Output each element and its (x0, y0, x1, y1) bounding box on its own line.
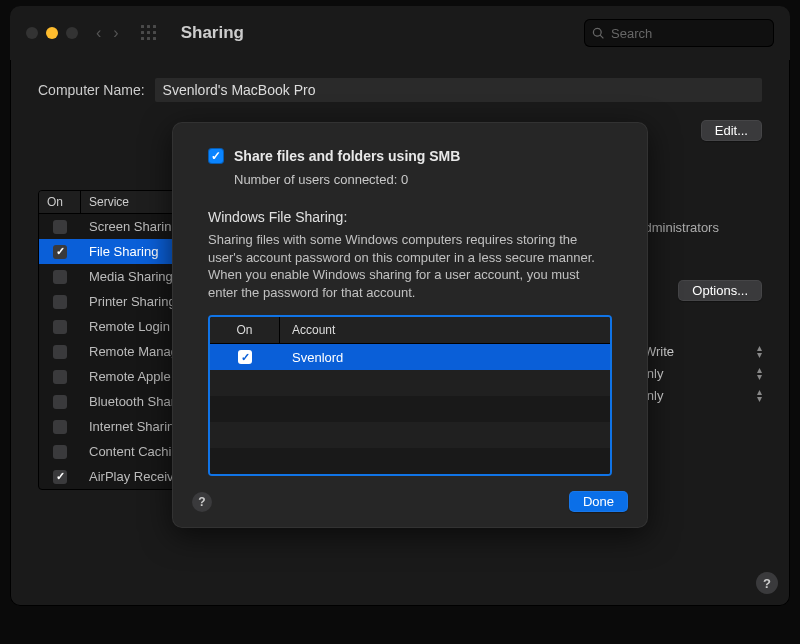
accounts-header-account: Account (280, 317, 610, 343)
account-row-empty (210, 422, 610, 448)
show-all-icon[interactable] (141, 25, 157, 41)
sheet-footer: ? Done (192, 491, 628, 512)
computer-name-field[interactable] (155, 78, 762, 102)
edit-button[interactable]: Edit... (701, 120, 762, 141)
service-checkbox[interactable] (53, 245, 67, 259)
minimize-window-button[interactable] (46, 27, 58, 39)
preferences-window: ‹ › Sharing Search Computer Name: Edit..… (10, 6, 790, 606)
search-placeholder: Search (611, 26, 652, 41)
account-name: Svenlord (280, 350, 610, 365)
service-checkbox[interactable] (53, 370, 67, 384)
service-checkbox[interactable] (53, 295, 67, 309)
traffic-lights (26, 27, 78, 39)
service-checkbox[interactable] (53, 270, 67, 284)
stepper-icon[interactable]: ▴▾ (757, 388, 762, 402)
titlebar: ‹ › Sharing Search (10, 6, 790, 60)
stepper-icon[interactable]: ▴▾ (757, 344, 762, 358)
account-row-empty (210, 396, 610, 422)
window-title: Sharing (181, 23, 244, 43)
close-window-button[interactable] (26, 27, 38, 39)
service-checkbox[interactable] (53, 345, 67, 359)
smb-row: Share files and folders using SMB (208, 148, 612, 164)
accounts-header-on: On (210, 317, 280, 343)
service-checkbox[interactable] (53, 320, 67, 334)
account-row[interactable]: Svenlord (210, 344, 610, 370)
options-button[interactable]: Options... (678, 280, 762, 301)
wfs-heading: Windows File Sharing: (208, 209, 612, 225)
accounts-table: On Account Svenlord (208, 315, 612, 476)
computer-name-label: Computer Name: (38, 82, 145, 98)
search-icon (592, 27, 605, 40)
service-checkbox[interactable] (53, 420, 67, 434)
account-row-empty (210, 448, 610, 474)
sheet-help-button[interactable]: ? (192, 492, 212, 512)
smb-label: Share files and folders using SMB (234, 148, 460, 164)
accounts-header: On Account (210, 317, 610, 344)
service-checkbox[interactable] (53, 470, 67, 484)
account-row-empty (210, 370, 610, 396)
service-checkbox[interactable] (53, 395, 67, 409)
nav-arrows: ‹ › (96, 24, 119, 42)
connected-count: Number of users connected: 0 (234, 172, 612, 187)
account-checkbox[interactable] (238, 350, 252, 364)
stepper-icon[interactable]: ▴▾ (757, 366, 762, 380)
options-sheet: Share files and folders using SMB Number… (172, 122, 648, 528)
service-checkbox[interactable] (53, 445, 67, 459)
services-header-on: On (39, 191, 81, 213)
content-area: Computer Name: Edit... On Service Screen… (10, 60, 790, 102)
forward-button[interactable]: › (113, 24, 118, 42)
search-field[interactable]: Search (584, 19, 774, 47)
computer-name-row: Computer Name: (38, 78, 762, 102)
back-button[interactable]: ‹ (96, 24, 101, 42)
help-button[interactable]: ? (756, 572, 778, 594)
wfs-description: Sharing files with some Windows computer… (208, 231, 612, 301)
done-button[interactable]: Done (569, 491, 628, 512)
smb-checkbox[interactable] (208, 148, 224, 164)
zoom-window-button[interactable] (66, 27, 78, 39)
service-checkbox[interactable] (53, 220, 67, 234)
